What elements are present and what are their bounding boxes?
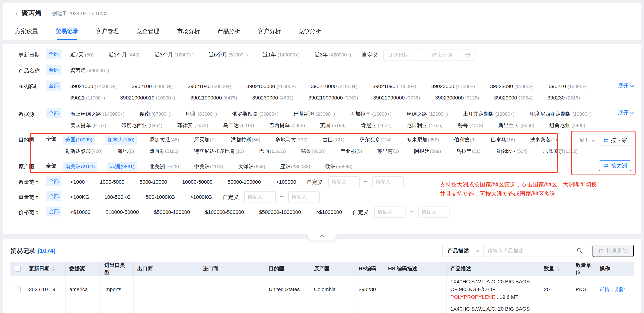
collapse-filters-button[interactable]	[308, 234, 336, 240]
filter-option[interactable]: 39023090(15000+)	[488, 82, 536, 91]
filter-option[interactable]: 北美洲(7528)	[147, 162, 182, 172]
custom-range-option[interactable]: 自定义	[223, 191, 239, 201]
filter-option-selected[interactable]: 南美洲(2160)	[62, 162, 97, 172]
sort-asc-icon[interactable]	[557, 267, 560, 268]
filter-option[interactable]: $50000-100000	[151, 208, 192, 217]
filter-all-chip[interactable]: 全部	[46, 191, 62, 201]
filter-option[interactable]: 哥伦比亚(504)	[493, 146, 530, 156]
filter-option[interactable]: 秘鲁(4013)	[455, 120, 486, 130]
custom-range-option[interactable]: 自定义	[307, 176, 323, 186]
switch-by-country-button[interactable]: 按国家	[599, 135, 631, 146]
filter-option-selected[interactable]: 非洲(9881)	[107, 162, 137, 172]
filter-option[interactable]: 近6个月(51000+)	[206, 50, 250, 60]
tab-trade-records[interactable]: 贸易记录	[56, 23, 78, 40]
filter-option[interactable]: >100000	[274, 178, 299, 186]
filter-option[interactable]: 近3个月(12000+)	[152, 50, 196, 60]
weight-min-input[interactable]	[244, 191, 276, 203]
filter-option[interactable]: 3902100000(26000+)	[244, 82, 298, 91]
filter-option-selected[interactable]: 美国(10039)	[62, 135, 95, 145]
filter-option[interactable]: 1000-5000	[97, 178, 127, 186]
filter-option[interactable]: 3902100(84000+)	[129, 82, 175, 91]
filter-option[interactable]: 39023000(17000+)	[429, 82, 478, 91]
search-icon[interactable]	[577, 248, 583, 254]
tab-competition-analysis[interactable]: 竞争分析	[298, 23, 321, 40]
filter-option[interactable]: >1000KG	[188, 193, 215, 202]
filter-option[interactable]: 近1年(140000+)	[260, 50, 302, 60]
filter-option[interactable]: $500000-1000000	[256, 208, 304, 217]
filter-option[interactable]: 巴西提单(5952)	[266, 120, 308, 130]
sort-desc-icon[interactable]	[52, 269, 55, 271]
filter-option[interactable]: 39021000000(6475)	[188, 93, 240, 102]
switch-by-continent-button[interactable]: 按大洲	[599, 160, 631, 171]
filter-option[interactable]: 50000-100000	[225, 178, 264, 186]
filter-option[interactable]: 39021090000(3736)	[370, 93, 422, 102]
filter-option[interactable]: 近1个月(443)	[106, 50, 142, 60]
filter-option[interactable]: 坦桑尼亚(2405)	[547, 120, 588, 130]
filter-option[interactable]: <1000	[68, 178, 88, 186]
tab-market-analysis[interactable]: 市场分析	[177, 23, 200, 40]
end-date-input[interactable]	[431, 52, 464, 58]
filter-option[interactable]: 中美洲(1113)	[192, 162, 226, 172]
delete-link[interactable]: 删除	[615, 286, 625, 293]
filter-option[interactable]: 土耳其定制版(12000+)	[460, 109, 517, 119]
filter-option[interactable]: 波多黎各(1)	[528, 135, 560, 145]
filter-option[interactable]: 39029000(3054)	[492, 93, 535, 102]
filter-option[interactable]: 圭亚那(5)	[338, 146, 365, 156]
filter-all-chip[interactable]: 全部	[46, 108, 62, 118]
filter-all-option[interactable]: 全部	[46, 161, 56, 171]
filter-option[interactable]: 乌拉圭(21)	[454, 146, 483, 156]
filter-option[interactable]: 美国提单(9157)	[68, 120, 109, 130]
filter-option[interactable]: 印度(63000+)	[183, 109, 220, 119]
filter-option[interactable]: 印度尼西亚(8464)	[119, 120, 165, 130]
filter-option[interactable]: <$10000	[68, 208, 93, 217]
filter-option[interactable]: 印度尼西亚定制版(10000+)	[527, 109, 594, 119]
quantity-max-input[interactable]	[372, 176, 404, 187]
filter-option[interactable]: 厄瓜多尔(1302)	[540, 146, 580, 156]
filter-option[interactable]: 特立尼达和多巴哥(12)	[191, 146, 246, 156]
filter-option[interactable]: 390230(2818)	[545, 93, 582, 102]
filter-option[interactable]: 39021040(50000+)	[185, 82, 234, 91]
expand-toggle-hs-code[interactable]: 展开	[618, 82, 633, 90]
filter-option[interactable]: 洪都拉斯(56)	[228, 135, 263, 145]
start-date-input[interactable]	[388, 52, 421, 58]
filter-option[interactable]: 100-500KG	[102, 193, 134, 202]
weight-max-input[interactable]	[288, 191, 320, 203]
custom-date-option[interactable]: 自定义	[362, 49, 378, 59]
filter-option[interactable]: 斯里兰卡(3668)	[496, 120, 537, 130]
filter-option[interactable]: 海地(8)	[115, 146, 137, 156]
filter-option[interactable]: 390230000(4632)	[250, 93, 296, 102]
filter-option[interactable]: 巴拿马(16)	[488, 135, 518, 145]
filter-option[interactable]: 海上丝绸之路(140000+)	[68, 109, 127, 119]
filter-option[interactable]: 39021000(140000+)	[68, 82, 119, 91]
tab-plan-settings[interactable]: 方案设置	[15, 23, 38, 40]
sort-icons[interactable]	[52, 267, 55, 271]
filter-option[interactable]: 39021(11000+)	[68, 93, 108, 102]
filter-option[interactable]: 尼加拉瓜(48)	[147, 135, 182, 145]
quantity-min-input[interactable]	[328, 176, 360, 187]
filter-option[interactable]: 菲律宾(7672)	[175, 120, 211, 130]
detail-link[interactable]: 详情	[600, 286, 610, 293]
filter-option[interactable]: $10000-50000	[103, 208, 142, 217]
filter-option[interactable]: 欧洲(56566)	[323, 162, 355, 172]
filter-option[interactable]: 危地马拉(792)	[273, 135, 310, 145]
filter-option[interactable]: 亚洲(380033)	[278, 162, 312, 172]
tab-customer-management[interactable]: 客户管理	[96, 23, 119, 40]
filter-option[interactable]: 苏里南(3)	[375, 146, 402, 156]
tab-product-analysis[interactable]: 产品分析	[218, 23, 240, 40]
price-min-input[interactable]	[374, 207, 406, 218]
filter-option[interactable]: 近3年(420000+)	[312, 50, 354, 60]
filter-option[interactable]: 大洋洲(658)	[236, 162, 268, 172]
filter-option[interactable]: $100000-500000	[202, 208, 247, 217]
sort-desc-icon[interactable]	[557, 269, 560, 271]
filter-option[interactable]: <100KG	[68, 193, 92, 202]
sort-asc-icon[interactable]	[52, 267, 55, 268]
filter-option-selected[interactable]: 加拿大(120)	[105, 135, 137, 145]
filter-option[interactable]: 多米尼加(352)	[404, 135, 442, 145]
filter-option[interactable]: 牙买加(1)	[192, 135, 218, 145]
expand-toggle-data-source[interactable]: 展开	[618, 109, 633, 116]
filter-option[interactable]: 乌干达(6414)	[220, 120, 256, 130]
expand-toggle-dest-country[interactable]: 展开	[579, 137, 595, 144]
filter-option[interactable]: 近7天(50)	[68, 50, 96, 60]
filter-option[interactable]: 越南(67000+)	[137, 109, 173, 119]
filter-option[interactable]: >$1000000	[314, 208, 345, 217]
